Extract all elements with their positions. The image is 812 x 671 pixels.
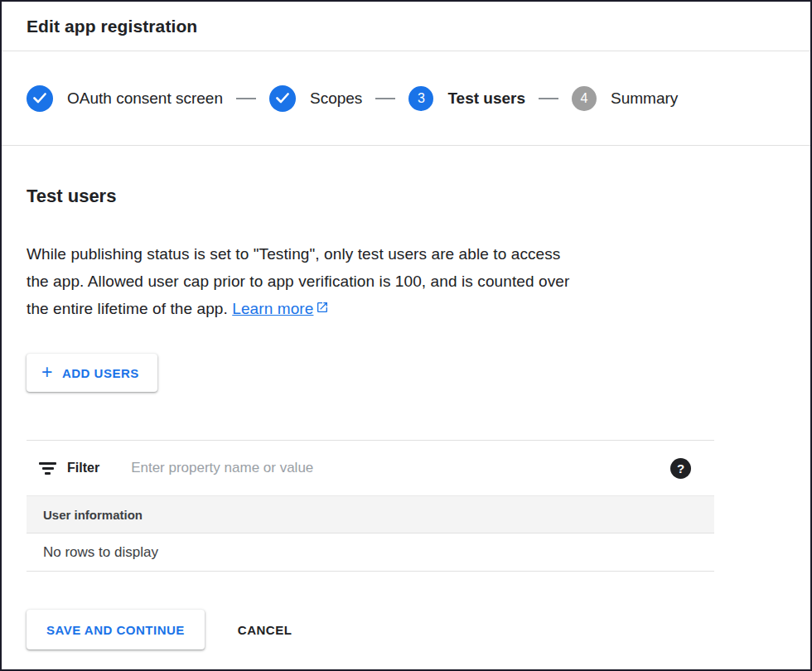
add-users-label: ADD USERS	[62, 366, 139, 380]
table-column-header: User information	[27, 495, 714, 533]
step-scopes[interactable]: Scopes	[269, 85, 362, 112]
page-title: Edit app registration	[27, 17, 197, 36]
filter-label: Filter	[67, 461, 99, 475]
titlebar: Edit app registration	[2, 2, 810, 51]
save-and-continue-button[interactable]: SAVE AND CONTINUE	[27, 610, 205, 649]
step-label: OAuth consent screen	[67, 89, 223, 108]
learn-more-label: Learn more	[232, 295, 313, 322]
main-content: Test users While publishing status is se…	[2, 186, 810, 392]
step-label: Scopes	[310, 89, 362, 108]
description-line-text: the entire lifetime of the app.	[27, 300, 228, 317]
section-heading: Test users	[27, 186, 785, 207]
cancel-button[interactable]: CANCEL	[238, 623, 292, 637]
filter-bar: Filter ?	[27, 441, 714, 495]
column-header-label: User information	[43, 508, 143, 522]
description-text: While publishing status is set to "Testi…	[27, 240, 785, 322]
step-summary[interactable]: 4 Summary	[572, 86, 678, 111]
external-link-icon	[316, 295, 329, 322]
help-button[interactable]: ?	[670, 458, 691, 479]
table-empty-row: No rows to display	[27, 533, 714, 572]
learn-more-link[interactable]: Learn more	[232, 295, 329, 322]
save-and-continue-label: SAVE AND CONTINUE	[46, 623, 185, 637]
step-number-badge: 3	[408, 86, 433, 111]
step-oauth-consent-screen[interactable]: OAuth consent screen	[27, 85, 223, 112]
check-icon	[27, 85, 53, 112]
test-users-table: Filter ? User information No rows to dis…	[27, 440, 714, 572]
step-label: Test users	[447, 89, 525, 108]
step-connector	[375, 98, 395, 99]
step-connector	[539, 98, 558, 99]
step-number-badge: 4	[572, 86, 597, 111]
description-line: While publishing status is set to "Testi…	[27, 240, 785, 268]
question-mark-icon: ?	[677, 461, 684, 475]
step-test-users[interactable]: 3 Test users	[408, 86, 525, 111]
empty-message: No rows to display	[43, 544, 158, 561]
add-users-button[interactable]: + ADD USERS	[27, 354, 157, 392]
filter-icon	[39, 461, 56, 475]
form-actions: SAVE AND CONTINUE CANCEL	[27, 610, 785, 649]
filter-input[interactable]	[131, 460, 670, 476]
description-line: the app. Allowed user cap prior to app v…	[27, 268, 785, 295]
cancel-label: CANCEL	[238, 623, 292, 637]
description-line: the entire lifetime of the app. Learn mo…	[27, 295, 785, 322]
plus-icon: +	[41, 363, 53, 382]
step-label: Summary	[611, 89, 678, 108]
stepper: OAuth consent screen Scopes 3 Test users…	[2, 51, 810, 146]
check-icon	[269, 85, 296, 112]
step-connector	[236, 98, 256, 99]
